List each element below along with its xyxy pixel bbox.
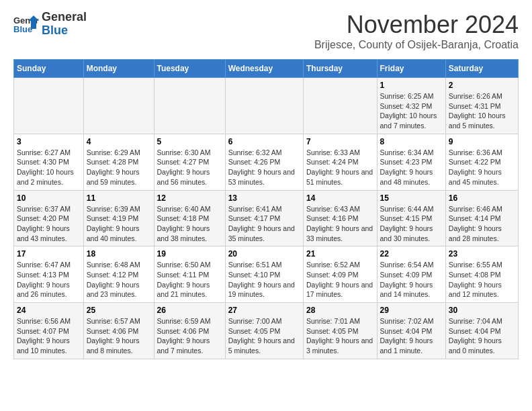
day-info: Sunrise: 7:04 AM Sunset: 4:04 PM Dayligh… [449, 316, 515, 356]
day-number: 19 [157, 249, 222, 259]
column-header-sunday: Sunday [14, 60, 84, 78]
day-cell: 6Sunrise: 6:32 AM Sunset: 4:26 PM Daylig… [225, 134, 303, 190]
day-number: 16 [449, 193, 515, 203]
column-header-friday: Friday [377, 60, 445, 78]
day-number: 9 [449, 137, 515, 146]
day-info: Sunrise: 6:56 AM Sunset: 4:07 PM Dayligh… [17, 316, 81, 356]
day-cell: 14Sunrise: 6:43 AM Sunset: 4:16 PM Dayli… [303, 190, 377, 246]
day-cell: 22Sunrise: 6:54 AM Sunset: 4:09 PM Dayli… [377, 246, 445, 303]
day-cell: 20Sunrise: 6:51 AM Sunset: 4:10 PM Dayli… [225, 246, 303, 303]
day-cell: 5Sunrise: 6:30 AM Sunset: 4:27 PM Daylig… [154, 134, 225, 190]
day-info: Sunrise: 6:37 AM Sunset: 4:20 PM Dayligh… [17, 204, 81, 244]
day-number: 22 [380, 249, 443, 259]
day-number: 6 [228, 137, 300, 146]
day-info: Sunrise: 6:30 AM Sunset: 4:27 PM Dayligh… [157, 148, 222, 187]
day-info: Sunrise: 6:32 AM Sunset: 4:26 PM Dayligh… [228, 148, 300, 187]
day-number: 27 [228, 306, 300, 315]
day-info: Sunrise: 6:40 AM Sunset: 4:18 PM Dayligh… [157, 204, 222, 244]
calendar-table: SundayMondayTuesdayWednesdayThursdayFrid… [13, 59, 519, 359]
column-header-monday: Monday [83, 60, 154, 78]
day-info: Sunrise: 6:47 AM Sunset: 4:13 PM Dayligh… [17, 260, 81, 300]
month-title: November 2024 [314, 11, 519, 39]
day-number: 5 [157, 137, 222, 146]
page-container: General Blue General Blue November 2024 … [0, 0, 532, 370]
day-info: Sunrise: 6:36 AM Sunset: 4:22 PM Dayligh… [449, 148, 515, 187]
day-cell: 9Sunrise: 6:36 AM Sunset: 4:22 PM Daylig… [445, 134, 518, 190]
day-cell: 27Sunrise: 7:00 AM Sunset: 4:05 PM Dayli… [225, 303, 303, 359]
day-cell [83, 78, 154, 134]
day-info: Sunrise: 6:48 AM Sunset: 4:12 PM Dayligh… [87, 260, 151, 300]
day-info: Sunrise: 6:39 AM Sunset: 4:19 PM Dayligh… [87, 204, 151, 244]
day-number: 2 [449, 81, 515, 90]
logo-icon: General Blue [13, 14, 39, 34]
day-info: Sunrise: 6:29 AM Sunset: 4:28 PM Dayligh… [87, 148, 151, 187]
day-info: Sunrise: 7:00 AM Sunset: 4:05 PM Dayligh… [228, 316, 300, 356]
day-cell: 19Sunrise: 6:50 AM Sunset: 4:11 PM Dayli… [154, 246, 225, 303]
day-info: Sunrise: 6:43 AM Sunset: 4:16 PM Dayligh… [306, 204, 374, 244]
day-info: Sunrise: 6:33 AM Sunset: 4:24 PM Dayligh… [306, 148, 374, 187]
column-header-saturday: Saturday [445, 60, 518, 78]
day-number: 20 [228, 249, 300, 259]
day-number: 26 [157, 306, 222, 315]
day-info: Sunrise: 6:54 AM Sunset: 4:09 PM Dayligh… [380, 260, 443, 300]
logo-blue: Blue [42, 24, 87, 38]
day-number: 3 [17, 137, 81, 146]
day-number: 14 [306, 193, 374, 203]
day-number: 29 [380, 306, 443, 315]
day-cell: 25Sunrise: 6:57 AM Sunset: 4:06 PM Dayli… [83, 303, 154, 359]
day-cell: 28Sunrise: 7:01 AM Sunset: 4:05 PM Dayli… [303, 303, 377, 359]
day-cell: 15Sunrise: 6:44 AM Sunset: 4:15 PM Dayli… [377, 190, 445, 246]
day-number: 30 [449, 306, 515, 315]
day-info: Sunrise: 7:01 AM Sunset: 4:05 PM Dayligh… [306, 316, 374, 356]
day-cell: 10Sunrise: 6:37 AM Sunset: 4:20 PM Dayli… [14, 190, 84, 246]
column-header-wednesday: Wednesday [225, 60, 303, 78]
day-info: Sunrise: 6:25 AM Sunset: 4:32 PM Dayligh… [380, 91, 443, 131]
day-cell: 4Sunrise: 6:29 AM Sunset: 4:28 PM Daylig… [83, 134, 154, 190]
week-row-4: 17Sunrise: 6:47 AM Sunset: 4:13 PM Dayli… [14, 246, 519, 303]
column-header-tuesday: Tuesday [154, 60, 225, 78]
day-cell: 24Sunrise: 6:56 AM Sunset: 4:07 PM Dayli… [14, 303, 84, 359]
day-info: Sunrise: 6:34 AM Sunset: 4:23 PM Dayligh… [380, 148, 443, 187]
day-cell: 16Sunrise: 6:46 AM Sunset: 4:14 PM Dayli… [445, 190, 518, 246]
week-row-5: 24Sunrise: 6:56 AM Sunset: 4:07 PM Dayli… [14, 303, 519, 359]
day-cell [154, 78, 225, 134]
day-info: Sunrise: 6:52 AM Sunset: 4:09 PM Dayligh… [306, 260, 374, 300]
day-number: 21 [306, 249, 374, 259]
day-number: 1 [380, 81, 443, 90]
day-number: 4 [87, 137, 151, 146]
day-info: Sunrise: 6:50 AM Sunset: 4:11 PM Dayligh… [157, 260, 222, 300]
day-cell: 12Sunrise: 6:40 AM Sunset: 4:18 PM Dayli… [154, 190, 225, 246]
day-cell: 18Sunrise: 6:48 AM Sunset: 4:12 PM Dayli… [83, 246, 154, 303]
day-info: Sunrise: 6:51 AM Sunset: 4:10 PM Dayligh… [228, 260, 300, 300]
day-cell [303, 78, 377, 134]
day-number: 8 [380, 137, 443, 146]
day-cell: 26Sunrise: 6:59 AM Sunset: 4:06 PM Dayli… [154, 303, 225, 359]
day-cell: 29Sunrise: 7:02 AM Sunset: 4:04 PM Dayli… [377, 303, 445, 359]
day-cell: 1Sunrise: 6:25 AM Sunset: 4:32 PM Daylig… [377, 78, 445, 134]
day-cell [14, 78, 84, 134]
location: Brijesce, County of Osijek-Baranja, Croa… [314, 39, 519, 51]
day-info: Sunrise: 7:02 AM Sunset: 4:04 PM Dayligh… [380, 316, 443, 356]
day-cell: 30Sunrise: 7:04 AM Sunset: 4:04 PM Dayli… [445, 303, 518, 359]
day-cell: 23Sunrise: 6:55 AM Sunset: 4:08 PM Dayli… [445, 246, 518, 303]
day-number: 7 [306, 137, 374, 146]
logo-text: General Blue [42, 11, 87, 38]
day-number: 28 [306, 306, 374, 315]
day-cell [225, 78, 303, 134]
day-info: Sunrise: 6:26 AM Sunset: 4:31 PM Dayligh… [449, 91, 515, 131]
column-header-thursday: Thursday [303, 60, 377, 78]
day-info: Sunrise: 6:41 AM Sunset: 4:17 PM Dayligh… [228, 204, 300, 244]
day-info: Sunrise: 6:57 AM Sunset: 4:06 PM Dayligh… [87, 316, 151, 356]
day-info: Sunrise: 6:59 AM Sunset: 4:06 PM Dayligh… [157, 316, 222, 356]
day-number: 10 [17, 193, 81, 203]
day-number: 17 [17, 249, 81, 259]
logo-general: General [42, 11, 87, 24]
day-number: 11 [87, 193, 151, 203]
day-number: 24 [17, 306, 81, 315]
week-row-2: 3Sunrise: 6:27 AM Sunset: 4:30 PM Daylig… [14, 134, 519, 190]
week-row-3: 10Sunrise: 6:37 AM Sunset: 4:20 PM Dayli… [14, 190, 519, 246]
day-cell: 17Sunrise: 6:47 AM Sunset: 4:13 PM Dayli… [14, 246, 84, 303]
day-cell: 3Sunrise: 6:27 AM Sunset: 4:30 PM Daylig… [14, 134, 84, 190]
day-number: 15 [380, 193, 443, 203]
logo: General Blue General Blue [13, 11, 87, 38]
